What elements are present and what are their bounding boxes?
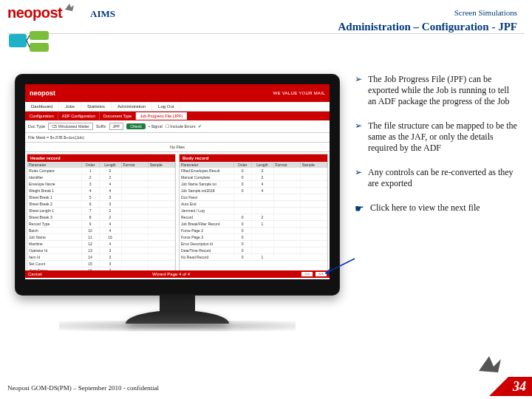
nav-jobs[interactable]: Jobs [59, 102, 81, 111]
suffix-label: Suffix [96, 124, 106, 129]
cell [301, 174, 327, 180]
suffix-input[interactable]: JPF [109, 123, 124, 130]
table-row[interactable]: Record02 [180, 214, 327, 221]
tab-jpf[interactable]: Job Progress File (JPF) [136, 112, 187, 120]
table-row[interactable]: Force Page 20 [180, 228, 327, 234]
tab-document-type[interactable]: Document Type [100, 112, 136, 120]
table-row[interactable]: Operator Id133 [27, 248, 175, 254]
cell [149, 188, 175, 194]
nav-statistics[interactable]: Statistics [81, 102, 112, 111]
cell: Error Description Id [180, 241, 234, 247]
cell [274, 168, 301, 174]
cell [252, 234, 274, 240]
nav-dashboard[interactable]: Dashboard [25, 102, 59, 111]
left-column-headers: Parameter Order Length Format Sample [27, 162, 175, 168]
tab-adf-configuration[interactable]: ADF Configuration [58, 112, 100, 120]
cell: Record [180, 214, 234, 220]
table-row[interactable]: Sheet Length 172 [27, 208, 175, 214]
table-row[interactable]: Machine124 [27, 241, 175, 248]
table-row[interactable]: Date/Time Record0 [180, 248, 327, 254]
table-row[interactable]: Identifier22 [27, 174, 175, 181]
doc-type-select[interactable]: C5 Windowed Mailer [48, 123, 93, 130]
nav-administration[interactable]: Administration [112, 102, 152, 111]
cell [122, 254, 149, 260]
app-screenshot: neopost WE VALUE YOUR MAIL Dashboard Job… [25, 84, 330, 279]
cell [122, 234, 149, 240]
brand-logo: neopost [7, 4, 74, 21]
brand-text: neopost [7, 4, 62, 21]
table-row[interactable]: Job Name1116 [27, 234, 175, 241]
cell [301, 241, 327, 247]
cell [252, 194, 274, 200]
subtitle-small: Screen Simulations [454, 8, 517, 17]
cell [149, 208, 175, 214]
cell: 3 [100, 261, 122, 267]
table-row[interactable]: Weight Break 144 [27, 188, 175, 194]
cell: 3 [100, 248, 122, 253]
cell: Sheet Break 2 [27, 201, 82, 207]
table-row[interactable]: Batch104 [27, 228, 175, 234]
table-row[interactable]: Doc Feed [180, 194, 327, 201]
col-sample: Sample [301, 162, 327, 168]
cell [301, 214, 327, 220]
toolbar-row-2: File Mask = $+JOB.$+doc(Job) [25, 133, 330, 143]
table-row[interactable]: Rules Compare12 [27, 168, 175, 174]
cell: 10 [82, 228, 100, 233]
cell [274, 181, 301, 187]
col-order: Order [82, 162, 100, 168]
cell: 0 [234, 181, 252, 187]
cell [122, 201, 149, 207]
table-row[interactable]: Set Count153 [27, 261, 175, 267]
cancel-button[interactable]: Cancel [28, 272, 42, 276]
cell [122, 228, 149, 233]
cell [234, 194, 252, 200]
cell: Identifier [27, 174, 82, 180]
cell [149, 181, 175, 187]
cell [149, 174, 175, 180]
cell: Set Count [27, 261, 82, 267]
table-row[interactable]: Job Sample.txt/201804 [180, 188, 327, 194]
cell [149, 241, 175, 247]
table-row[interactable]: No Read Record01 [180, 254, 327, 261]
cell [252, 248, 274, 253]
table-row[interactable]: Envelope Name34 [27, 181, 175, 188]
bullet-arrow-icon: ➢ [355, 167, 362, 189]
table-row[interactable]: Sheet Break 153 [27, 194, 175, 201]
include-errors-checkbox[interactable]: ☐ Include Errors [166, 124, 196, 129]
cell [122, 174, 149, 180]
cell [252, 208, 274, 214]
cell [149, 228, 175, 233]
tab-configuration[interactable]: Configuration [26, 112, 58, 120]
table-row[interactable]: Manual Complete02 [180, 174, 327, 181]
cell: 1 [252, 221, 274, 227]
table-row[interactable]: Filled Envelopes Result03 [180, 168, 327, 174]
cell [274, 221, 301, 227]
nav-logout[interactable]: Log Out [152, 102, 180, 111]
check-button[interactable]: Check [126, 123, 146, 129]
cell [122, 241, 149, 247]
cell [149, 221, 175, 227]
table-row[interactable]: Record Type94 [27, 221, 175, 228]
cell: 0 [234, 241, 252, 247]
cell: 6 [82, 201, 100, 207]
table-row[interactable]: Auto End [180, 201, 327, 208]
col-sample: Sample [149, 162, 175, 168]
cell: 4 [252, 188, 274, 194]
table-row[interactable]: Sheet Break 263 [27, 201, 175, 208]
cell: 3 [82, 181, 100, 187]
table-row[interactable]: Item Id143 [27, 254, 175, 261]
header-record-panel: Header record Parameter Order Length For… [27, 154, 176, 276]
prev-button[interactable]: << [301, 272, 313, 276]
cell [149, 194, 175, 200]
cell [122, 221, 149, 227]
cell: 0 [234, 188, 252, 194]
table-row[interactable]: Force Page 30 [180, 234, 327, 241]
col-format: Format [274, 162, 301, 168]
table-row[interactable]: Error Description Id0 [180, 241, 327, 248]
table-row[interactable]: Job Name Sample.txt04 [180, 181, 327, 188]
cell: 2 [252, 174, 274, 180]
table-row[interactable]: Job Break/Filter Record01 [180, 221, 327, 228]
table-row[interactable]: Jammed / Log [180, 208, 327, 214]
pointing-hand-icon: ☛ [355, 202, 364, 216]
table-row[interactable]: Sheet Break 382 [27, 214, 175, 221]
